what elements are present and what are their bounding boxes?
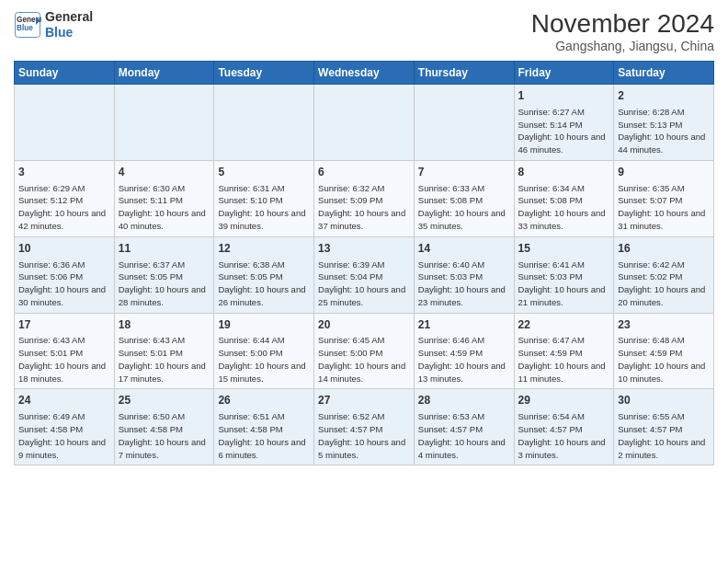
day-number: 20 [318,317,410,333]
day-number: 30 [618,393,710,408]
day-number: 6 [318,165,410,180]
day-info: Sunrise: 6:27 AMSunset: 5:14 PMDaylight:… [518,106,610,156]
day-number: 3 [18,165,110,180]
day-info: Sunrise: 6:53 AMSunset: 4:57 PMDaylight:… [418,410,510,461]
day-number: 28 [418,393,510,408]
day-number: 7 [418,165,510,180]
table-cell: 23Sunrise: 6:48 AMSunset: 4:59 PMDayligh… [614,313,714,389]
day-number: 1 [518,88,610,104]
calendar-table: Sunday Monday Tuesday Wednesday Thursday… [14,61,714,465]
header-thursday: Thursday [414,62,514,85]
day-info: Sunrise: 6:37 AMSunset: 5:05 PMDaylight:… [119,259,210,309]
calendar-row: 10Sunrise: 6:36 AMSunset: 5:06 PMDayligh… [15,236,714,313]
day-info: Sunrise: 6:29 AMSunset: 5:12 PMDaylight:… [18,182,110,233]
day-number: 8 [518,165,610,180]
table-cell [15,85,115,161]
table-cell: 16Sunrise: 6:42 AMSunset: 5:02 PMDayligh… [614,236,714,313]
calendar-body: 1Sunrise: 6:27 AMSunset: 5:14 PMDaylight… [15,85,714,465]
table-cell: 28Sunrise: 6:53 AMSunset: 4:57 PMDayligh… [414,389,514,465]
header-sunday: Sunday [15,62,115,85]
day-info: Sunrise: 6:38 AMSunset: 5:05 PMDaylight:… [218,259,310,309]
logo-icon: General Blue [14,11,41,39]
calendar-row: 1Sunrise: 6:27 AMSunset: 5:14 PMDaylight… [15,85,714,161]
day-number: 9 [618,165,710,180]
day-number: 11 [119,241,210,257]
day-number: 21 [418,317,510,333]
day-info: Sunrise: 6:45 AMSunset: 5:00 PMDaylight:… [318,334,410,385]
day-info: Sunrise: 6:55 AMSunset: 4:57 PMDaylight:… [618,410,710,461]
month-title: November 2024 [531,9,714,39]
day-number: 25 [119,393,210,408]
header-wednesday: Wednesday [314,62,415,85]
day-info: Sunrise: 6:51 AMSunset: 4:58 PMDaylight:… [218,410,310,461]
day-number: 12 [218,241,310,257]
table-cell: 9Sunrise: 6:35 AMSunset: 5:07 PMDaylight… [614,160,714,236]
day-number: 23 [618,317,710,333]
table-cell [214,85,314,161]
day-info: Sunrise: 6:52 AMSunset: 4:57 PMDaylight:… [318,410,410,461]
day-number: 10 [18,241,110,257]
day-info: Sunrise: 6:47 AMSunset: 4:59 PMDaylight:… [518,334,610,385]
table-cell: 22Sunrise: 6:47 AMSunset: 4:59 PMDayligh… [514,313,614,389]
header-saturday: Saturday [614,62,714,85]
day-info: Sunrise: 6:43 AMSunset: 5:01 PMDaylight:… [119,334,210,385]
table-cell: 29Sunrise: 6:54 AMSunset: 4:57 PMDayligh… [514,389,614,465]
day-number: 16 [618,241,710,257]
header: General Blue General Blue November 2024 … [14,9,714,53]
day-number: 18 [119,317,210,333]
day-info: Sunrise: 6:44 AMSunset: 5:00 PMDaylight:… [218,334,310,385]
day-info: Sunrise: 6:54 AMSunset: 4:57 PMDaylight:… [518,410,610,461]
day-info: Sunrise: 6:40 AMSunset: 5:03 PMDaylight:… [418,259,510,309]
table-cell: 26Sunrise: 6:51 AMSunset: 4:58 PMDayligh… [214,389,314,465]
subtitle: Gangshang, Jiangsu, China [531,39,714,53]
header-tuesday: Tuesday [214,62,314,85]
day-number: 17 [18,317,110,333]
table-cell: 4Sunrise: 6:30 AMSunset: 5:11 PMDaylight… [114,160,214,236]
day-number: 15 [518,241,610,257]
logo: General Blue General Blue [14,9,93,40]
day-info: Sunrise: 6:35 AMSunset: 5:07 PMDaylight:… [618,182,710,233]
logo-text: General Blue [45,9,93,40]
day-info: Sunrise: 6:31 AMSunset: 5:10 PMDaylight:… [218,182,310,233]
table-cell [114,85,214,161]
calendar-row: 3Sunrise: 6:29 AMSunset: 5:12 PMDaylight… [15,160,714,236]
table-cell: 5Sunrise: 6:31 AMSunset: 5:10 PMDaylight… [214,160,314,236]
table-cell [314,85,415,161]
day-info: Sunrise: 6:32 AMSunset: 5:09 PMDaylight:… [318,182,410,233]
title-area: November 2024 Gangshang, Jiangsu, China [531,9,714,53]
table-cell: 27Sunrise: 6:52 AMSunset: 4:57 PMDayligh… [314,389,415,465]
day-info: Sunrise: 6:41 AMSunset: 5:03 PMDaylight:… [518,259,610,309]
day-info: Sunrise: 6:46 AMSunset: 4:59 PMDaylight:… [418,334,510,385]
calendar-row: 24Sunrise: 6:49 AMSunset: 4:58 PMDayligh… [15,389,714,465]
day-info: Sunrise: 6:50 AMSunset: 4:58 PMDaylight:… [119,410,210,461]
table-cell [414,85,514,161]
table-cell: 14Sunrise: 6:40 AMSunset: 5:03 PMDayligh… [414,236,514,313]
day-info: Sunrise: 6:39 AMSunset: 5:04 PMDaylight:… [318,259,410,309]
day-number: 13 [318,241,410,257]
table-cell: 15Sunrise: 6:41 AMSunset: 5:03 PMDayligh… [514,236,614,313]
day-info: Sunrise: 6:49 AMSunset: 4:58 PMDaylight:… [18,410,110,461]
table-cell: 6Sunrise: 6:32 AMSunset: 5:09 PMDaylight… [314,160,415,236]
table-cell: 3Sunrise: 6:29 AMSunset: 5:12 PMDaylight… [15,160,115,236]
day-info: Sunrise: 6:43 AMSunset: 5:01 PMDaylight:… [18,334,110,385]
day-info: Sunrise: 6:48 AMSunset: 4:59 PMDaylight:… [618,334,710,385]
table-cell: 7Sunrise: 6:33 AMSunset: 5:08 PMDaylight… [414,160,514,236]
day-info: Sunrise: 6:42 AMSunset: 5:02 PMDaylight:… [618,259,710,309]
table-cell: 2Sunrise: 6:28 AMSunset: 5:13 PMDaylight… [614,85,714,161]
table-cell: 12Sunrise: 6:38 AMSunset: 5:05 PMDayligh… [214,236,314,313]
table-cell: 19Sunrise: 6:44 AMSunset: 5:00 PMDayligh… [214,313,314,389]
calendar-row: 17Sunrise: 6:43 AMSunset: 5:01 PMDayligh… [15,313,714,389]
day-number: 26 [218,393,310,408]
table-cell: 10Sunrise: 6:36 AMSunset: 5:06 PMDayligh… [15,236,115,313]
header-friday: Friday [514,62,614,85]
day-number: 19 [218,317,310,333]
table-cell: 25Sunrise: 6:50 AMSunset: 4:58 PMDayligh… [114,389,214,465]
day-number: 4 [119,165,210,180]
weekday-header-row: Sunday Monday Tuesday Wednesday Thursday… [15,62,714,85]
day-number: 27 [318,393,410,408]
day-number: 29 [518,393,610,408]
day-number: 24 [18,393,110,408]
table-cell: 18Sunrise: 6:43 AMSunset: 5:01 PMDayligh… [114,313,214,389]
day-info: Sunrise: 6:34 AMSunset: 5:08 PMDaylight:… [518,182,610,233]
header-monday: Monday [114,62,214,85]
